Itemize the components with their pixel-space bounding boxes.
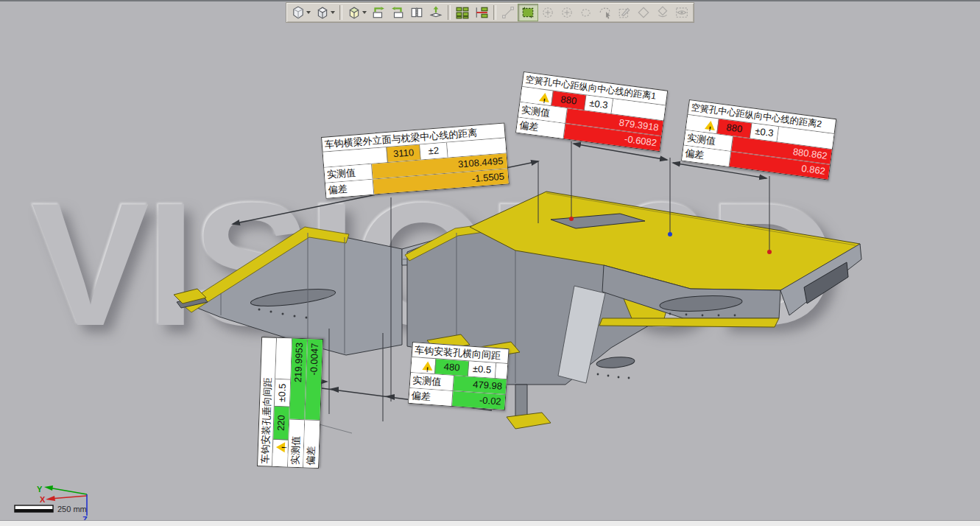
- tolerance-value: ±0.5: [275, 379, 290, 407]
- toolbar-separator: [339, 5, 342, 20]
- circle-select-add-2-icon: [560, 6, 574, 19]
- measured-value: 219.9953: [289, 339, 307, 420]
- toolbar-separator: [493, 5, 496, 20]
- toolbar-separator: [448, 5, 451, 20]
- dropdown-caret-icon: [306, 11, 311, 14]
- dropdown-caret-icon: [331, 11, 335, 14]
- rotate-left-icon: [372, 6, 385, 19]
- warning-icon: [539, 92, 551, 103]
- circle-select-add-icon: [541, 6, 554, 19]
- circle-select-add-button[interactable]: [538, 4, 557, 21]
- anchor-point-red-2: [767, 250, 772, 254]
- tile-windows-horizontal-button[interactable]: [472, 4, 491, 21]
- deviation-value: -0.02: [452, 391, 505, 410]
- annotation-coupler-hole-lateral-spacing[interactable]: 车钩安装孔横向间距 480 ±0.5 实测值 479.98 偏差 -0.02: [408, 342, 510, 410]
- polygon-select-button[interactable]: [634, 4, 653, 21]
- view-toolbar: [286, 2, 694, 23]
- eye-icon: [675, 6, 688, 19]
- view-cube-icon: [348, 6, 361, 19]
- nominal-value: 220: [273, 406, 289, 441]
- brush-select-button[interactable]: [615, 4, 634, 21]
- deviation-label: 偏差: [325, 180, 374, 198]
- rectangle-select-icon: [521, 6, 535, 19]
- tile-horizontal-icon: [475, 6, 488, 19]
- nominal-value: 3110: [386, 145, 420, 163]
- warning-icon: [275, 441, 286, 452]
- measure-line-icon: [501, 6, 515, 19]
- rotate-right-icon: [391, 6, 404, 19]
- warning-icon: [422, 361, 434, 371]
- scale-bar-label: 250 mm: [57, 505, 87, 513]
- tile-windows-grid-button[interactable]: [453, 4, 472, 21]
- nominal-value: 480: [434, 359, 469, 376]
- model-viewport[interactable]: Y X Z 250 mm: [0, 0, 980, 526]
- pick-select-button[interactable]: [596, 4, 615, 21]
- rotate-view-right-button[interactable]: [388, 4, 407, 21]
- status-bar-edge: [0, 520, 980, 526]
- anchor-point-blue: [668, 232, 672, 236]
- deviation-value: -0.0047: [305, 339, 322, 420]
- warning-icon: [705, 120, 717, 131]
- scale-bar: 250 mm: [15, 505, 87, 513]
- measured-label: 实测值: [288, 419, 304, 468]
- measure-line-button[interactable]: [498, 4, 518, 21]
- split-view-icon: [410, 6, 423, 19]
- dropdown-caret-icon: [362, 11, 367, 14]
- lasso-select-icon: [579, 6, 593, 19]
- shaded-sphere-icon: [292, 6, 305, 19]
- lift-view-icon: [429, 6, 443, 19]
- deviation-label: 偏差: [303, 419, 320, 468]
- shaded-cube-icon: [316, 6, 329, 19]
- tile-grid-icon: [456, 6, 469, 19]
- axis-x-label: X: [40, 495, 46, 504]
- polygon-select-fill-button[interactable]: [653, 4, 672, 21]
- axis-y-label: Y: [37, 485, 43, 494]
- view-orientation-cube-button[interactable]: [345, 4, 369, 21]
- shaded-sphere-button[interactable]: [289, 4, 313, 21]
- shaded-cube-button[interactable]: [313, 4, 337, 21]
- pick-select-cursor-icon: [599, 6, 612, 19]
- lasso-select-button[interactable]: [577, 4, 596, 21]
- rectangle-select-button[interactable]: [518, 4, 538, 21]
- tolerance-value: ±0.5: [468, 361, 496, 378]
- split-view-button[interactable]: [407, 4, 426, 21]
- annotation-coupler-hole-vertical-spacing[interactable]: 车钩安装孔垂向间距 220 ±0.5 实测值 219.9953 偏差 -0.00…: [257, 337, 323, 469]
- lift-view-button[interactable]: [426, 4, 445, 21]
- deviation-label: 偏差: [409, 388, 453, 406]
- window-top-edge: [0, 0, 980, 1]
- anchor-point-red-1: [569, 217, 574, 221]
- polygon-select-icon: [637, 6, 650, 19]
- rotate-view-left-button[interactable]: [369, 4, 388, 21]
- circle-select-add-2-button[interactable]: [557, 4, 577, 21]
- measured-label: 实测值: [410, 373, 454, 390]
- polygon-select-fill-icon: [656, 6, 669, 19]
- tolerance-value: ±2: [420, 143, 448, 160]
- show-hide-selection-button[interactable]: [672, 4, 691, 21]
- brush-select-icon: [618, 6, 631, 19]
